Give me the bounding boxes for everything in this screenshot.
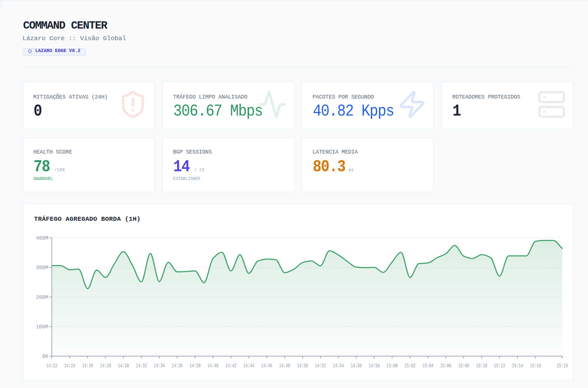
svg-text:14:36: 14:36 — [172, 363, 183, 369]
svg-text:14:24: 14:24 — [64, 363, 75, 369]
svg-text:0K: 0K — [42, 353, 49, 360]
svg-text:15:06: 15:06 — [440, 363, 452, 369]
svg-text:14:54: 14:54 — [333, 363, 344, 369]
svg-text:15:00: 15:00 — [387, 363, 398, 369]
svg-text:14:26: 14:26 — [82, 363, 93, 369]
svg-text:300M: 300M — [36, 265, 48, 271]
svg-text:14:42: 14:42 — [225, 363, 237, 369]
svg-text:14:44: 14:44 — [243, 363, 255, 369]
svg-text:14:34: 14:34 — [154, 363, 165, 369]
svg-text:14:22: 14:22 — [46, 363, 57, 369]
svg-text:14:46: 14:46 — [261, 363, 272, 369]
svg-text:100M: 100M — [36, 324, 48, 330]
svg-text:14:32: 14:32 — [136, 363, 147, 369]
svg-text:15:08: 15:08 — [458, 363, 470, 369]
svg-text:200M: 200M — [36, 294, 48, 301]
svg-text:15:12: 15:12 — [494, 363, 505, 369]
svg-text:14:52: 14:52 — [315, 363, 326, 369]
svg-text:14:30: 14:30 — [118, 363, 129, 369]
svg-text:15:10: 15:10 — [476, 363, 487, 369]
svg-text:14:56: 14:56 — [351, 363, 362, 369]
svg-text:14:38: 14:38 — [190, 363, 201, 369]
svg-text:14:40: 14:40 — [207, 363, 219, 369]
svg-text:15:16: 15:16 — [530, 363, 541, 369]
svg-text:14:48: 14:48 — [279, 363, 290, 369]
svg-text:14:58: 14:58 — [369, 363, 380, 369]
svg-text:15:14: 15:14 — [512, 363, 523, 369]
svg-text:15:02: 15:02 — [405, 363, 416, 369]
svg-text:14:50: 14:50 — [297, 363, 308, 369]
svg-text:400M: 400M — [36, 235, 48, 241]
svg-text:15:19: 15:19 — [557, 363, 568, 369]
svg-text:15:04: 15:04 — [422, 363, 434, 369]
svg-text:14:28: 14:28 — [100, 363, 111, 369]
